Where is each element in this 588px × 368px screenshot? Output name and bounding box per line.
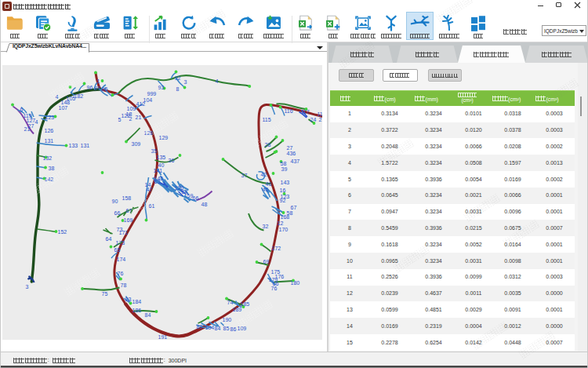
svg-text:75: 75 [101, 291, 107, 297]
svg-text:24: 24 [310, 117, 316, 122]
svg-text:107: 107 [58, 105, 67, 111]
svg-text:129: 129 [158, 135, 168, 140]
svg-text:152: 152 [57, 229, 67, 235]
svg-text:76: 76 [117, 271, 123, 276]
svg-text:115: 115 [262, 117, 270, 122]
svg-text:173: 173 [115, 240, 125, 246]
svg-text:46: 46 [265, 181, 271, 187]
svg-text:131: 131 [44, 138, 53, 144]
svg-text:8: 8 [176, 86, 179, 92]
svg-text:126: 126 [44, 128, 53, 133]
svg-text:141: 141 [153, 168, 162, 173]
svg-text:21: 21 [24, 126, 30, 132]
svg-text:309: 309 [131, 141, 140, 147]
svg-text:45: 45 [262, 187, 268, 192]
svg-text:65: 65 [114, 247, 120, 253]
svg-text:172: 172 [271, 246, 281, 251]
svg-text:168: 168 [280, 214, 289, 220]
svg-text:35: 35 [151, 148, 157, 154]
svg-text:191: 191 [158, 334, 167, 340]
svg-text:95: 95 [101, 86, 107, 92]
svg-text:2: 2 [129, 116, 132, 122]
svg-text:148: 148 [60, 100, 70, 105]
svg-text:3: 3 [25, 284, 28, 290]
svg-text:23: 23 [318, 117, 322, 122]
svg-text:83: 83 [196, 324, 202, 330]
svg-text:63: 63 [154, 179, 160, 184]
svg-text:194: 194 [205, 325, 214, 330]
svg-text:96: 96 [86, 85, 93, 90]
svg-text:40: 40 [158, 162, 164, 168]
svg-text:186: 186 [132, 308, 141, 313]
svg-text:97: 97 [94, 86, 100, 91]
svg-text:84: 84 [144, 312, 151, 318]
svg-text:109: 109 [126, 106, 136, 111]
svg-text:131: 131 [80, 143, 89, 148]
svg-text:170: 170 [278, 227, 288, 232]
svg-text:76: 76 [270, 286, 277, 291]
svg-text:5: 5 [118, 117, 121, 122]
svg-text:85: 85 [223, 326, 229, 331]
svg-text:190: 190 [222, 317, 231, 322]
svg-text:32: 32 [262, 224, 268, 229]
svg-text:67: 67 [290, 205, 296, 210]
svg-text:117: 117 [300, 109, 309, 115]
svg-text:114: 114 [317, 111, 322, 117]
svg-text:133: 133 [68, 143, 78, 148]
svg-text:143: 143 [280, 180, 289, 185]
svg-text:92: 92 [279, 198, 285, 203]
svg-text:171: 171 [118, 230, 128, 235]
svg-text:86: 86 [230, 326, 236, 332]
svg-text:36: 36 [168, 158, 174, 163]
svg-text:999: 999 [147, 91, 156, 97]
svg-text:4: 4 [34, 119, 38, 125]
svg-text:78: 78 [120, 282, 126, 288]
svg-text:436: 436 [286, 151, 296, 156]
svg-text:90: 90 [111, 199, 118, 204]
svg-text:116: 116 [284, 108, 292, 114]
svg-text:3: 3 [183, 79, 187, 85]
svg-text:48: 48 [201, 202, 207, 207]
svg-text:4: 4 [215, 78, 218, 84]
svg-text:84: 84 [214, 326, 220, 331]
svg-text:69: 69 [263, 259, 269, 264]
svg-text:93: 93 [158, 85, 164, 90]
svg-text:64: 64 [105, 236, 111, 242]
svg-text:6: 6 [20, 107, 23, 112]
svg-text:83: 83 [125, 297, 131, 302]
svg-text:158: 158 [122, 195, 131, 201]
svg-text:185: 185 [240, 301, 249, 307]
svg-text:37: 37 [241, 173, 247, 178]
svg-text:27: 27 [286, 145, 292, 151]
svg-text:132: 132 [42, 155, 52, 161]
svg-text:412: 412 [136, 101, 145, 107]
svg-text:189: 189 [232, 307, 241, 312]
svg-text:180: 180 [290, 280, 299, 286]
svg-text:16: 16 [279, 188, 285, 193]
svg-text:123: 123 [45, 115, 54, 120]
svg-text:21: 21 [135, 115, 141, 120]
svg-text:58: 58 [280, 161, 286, 166]
svg-text:12: 12 [277, 220, 283, 226]
svg-text:92: 92 [174, 75, 180, 81]
svg-text:42: 42 [260, 172, 267, 177]
svg-text:39: 39 [281, 166, 287, 172]
svg-text:182: 182 [74, 93, 83, 99]
svg-text:66: 66 [192, 195, 198, 201]
svg-text:174: 174 [116, 257, 125, 262]
svg-text:74: 74 [227, 300, 233, 305]
svg-text:135: 135 [156, 155, 165, 160]
svg-text:1: 1 [96, 78, 100, 84]
svg-text:437: 437 [290, 158, 299, 164]
svg-text:184: 184 [132, 299, 141, 304]
svg-text:66: 66 [114, 210, 120, 216]
